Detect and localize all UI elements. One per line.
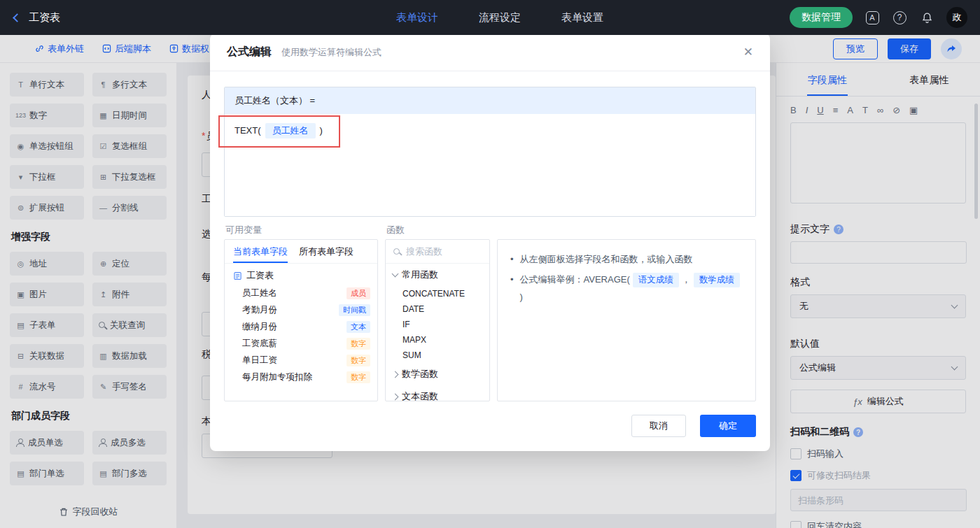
tip-line: • 公式编辑举例：AVERAGE(语文成绩，数学成绩) [510,271,743,306]
variables-panel: 当前表单字段 所有表单字段 工资表 员工姓名成员 考勤月份时间戳 缴纳月份文本 … [224,239,378,401]
bell-icon[interactable] [919,10,934,25]
chevron-right-icon [392,371,399,378]
tab-form-design[interactable]: 表单设计 [396,11,438,24]
tab-form-settings[interactable]: 表单设置 [561,11,603,24]
function-item[interactable]: DATE [386,301,489,317]
function-group-common[interactable]: 常用函数 [386,264,489,286]
chevron-down-icon [392,271,399,278]
formula-editor-area[interactable]: TEXT(员工姓名) [225,114,755,216]
back-icon[interactable] [13,13,22,22]
function-group-text[interactable]: 文本函数 [386,385,489,401]
form-tree-root[interactable]: 工资表 [225,264,377,285]
bullet-icon: • [510,250,514,268]
tab-flow-settings[interactable]: 流程设定 [479,11,521,24]
modal-title: 公式编辑 [227,45,272,59]
document-icon [233,271,242,280]
field-type-tag: 数字 [346,371,370,383]
chevron-right-icon [392,393,399,400]
data-manage-button[interactable]: 数据管理 [790,7,853,28]
translate-icon[interactable]: A [866,11,879,24]
functions-label: 函数 [386,224,405,236]
field-type-tag: 数字 [346,338,370,350]
top-navbar: 工资表 表单设计 流程设定 表单设置 数据管理 A ? 政 [0,0,980,35]
tab-current-form-fields[interactable]: 当前表单字段 [233,240,288,263]
function-group-math[interactable]: 数学函数 [386,363,489,385]
variable-row[interactable]: 每月附加专项扣除数字 [225,369,377,385]
nav-tabs: 表单设计 流程设定 表单设置 [210,11,790,24]
variable-row[interactable]: 单日工资数字 [225,352,377,369]
formula-edit-modal: 公式编辑 使用数学运算符编辑公式 ✕ 员工姓名（文本） = TEXT(员工姓名)… [210,34,770,451]
bullet-icon: • [510,271,514,306]
close-icon[interactable]: ✕ [743,46,753,58]
tab-all-form-fields[interactable]: 所有表单字段 [299,240,354,263]
page-title: 工资表 [29,11,60,24]
formula-prefix: TEXT( [234,125,261,136]
modal-subtitle: 使用数学运算符编辑公式 [281,46,382,59]
example-field-chip: 数学成绩 [694,273,740,287]
search-input[interactable] [406,246,476,257]
formula-field-chip[interactable]: 员工姓名 [265,123,316,138]
search-icon [393,248,401,256]
function-item[interactable]: IF [386,317,489,332]
field-type-tag: 数字 [346,355,370,366]
variable-row[interactable]: 员工姓名成员 [225,285,377,301]
available-variables-label: 可用变量 [225,224,262,236]
field-type-tag: 成员 [346,287,370,299]
help-icon[interactable]: ? [893,11,906,24]
variable-row[interactable]: 缴纳月份文本 [225,318,377,335]
function-item[interactable]: MAPX [386,332,489,348]
variable-row[interactable]: 考勤月份时间戳 [225,301,377,318]
formula-suffix: ) [320,125,323,136]
avatar[interactable]: 政 [946,7,967,28]
example-field-chip: 语文成绩 [633,273,679,287]
tip-line: • 从左侧面板选择字段名和函数，或输入函数 [510,250,743,268]
function-item[interactable]: SUM [386,348,489,363]
function-item[interactable]: CONCATENATE [386,286,489,301]
function-search [386,240,489,264]
tips-panel: • 从左侧面板选择字段名和函数，或输入函数 • 公式编辑举例：AVERAGE(语… [497,239,756,401]
formula-target-bar: 员工姓名（文本） = [225,87,755,114]
formula-editor-box: 员工姓名（文本） = TEXT(员工姓名) [224,87,756,217]
field-type-tag: 文本 [346,321,370,333]
variable-row[interactable]: 工资底薪数字 [225,335,377,352]
confirm-button[interactable]: 确定 [700,415,756,437]
cancel-button[interactable]: 取消 [631,415,686,437]
field-type-tag: 时间戳 [339,304,370,316]
functions-panel: 常用函数 CONCATENATE DATE IF MAPX SUM 数学函数 文… [385,239,490,401]
